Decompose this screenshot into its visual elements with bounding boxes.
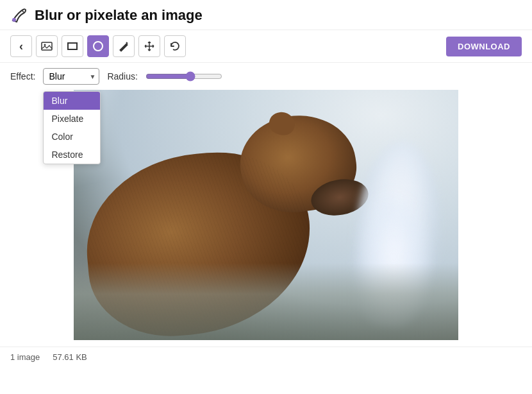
reset-icon [169, 40, 181, 52]
svg-point-0 [12, 18, 16, 22]
dropdown-item-restore[interactable]: Restore [44, 146, 100, 164]
controls-row: Effect: Blur Pixelate Color Restore ▼ Bl… [0, 63, 532, 90]
download-button[interactable]: DOWNLOAD [446, 37, 522, 56]
circle-icon [92, 40, 104, 52]
ground-rocks [74, 263, 458, 340]
svg-point-4 [94, 42, 103, 51]
upload-image-button[interactable] [36, 35, 58, 57]
radius-label: Radius: [107, 71, 137, 81]
dropdown-item-blur[interactable]: Blur [44, 92, 100, 110]
image-canvas[interactable] [74, 90, 458, 340]
effect-label: Effect: [10, 71, 35, 81]
page-title: Blur or pixelate an image [35, 7, 203, 24]
svg-rect-1 [42, 42, 52, 50]
radius-slider[interactable] [145, 71, 222, 81]
effect-select[interactable]: Blur Pixelate Color Restore [43, 68, 99, 85]
image-count: 1 image [10, 352, 40, 362]
brush-icon [118, 40, 129, 52]
file-size: 57.61 KB [53, 352, 87, 362]
back-button[interactable]: ‹ [10, 35, 32, 57]
dropdown-item-pixelate[interactable]: Pixelate [44, 110, 100, 128]
image-icon [41, 40, 53, 52]
dropdown-menu: Blur Pixelate Color Restore [43, 91, 101, 164]
dropdown-item-color[interactable]: Color [44, 128, 100, 146]
toolbar: ‹ DOWNLOAD [0, 30, 532, 63]
move-icon [144, 40, 155, 52]
brush-tool-button[interactable] [113, 35, 135, 57]
effect-select-wrapper: Blur Pixelate Color Restore ▼ Blur Pixel… [43, 68, 99, 85]
header: Blur or pixelate an image [0, 0, 532, 30]
paint-icon [10, 6, 28, 24]
rect-icon [67, 40, 78, 52]
rect-tool-button[interactable] [62, 35, 83, 57]
move-tool-button[interactable] [138, 35, 160, 57]
svg-point-2 [44, 44, 46, 46]
svg-rect-3 [68, 43, 77, 49]
reset-button[interactable] [164, 35, 186, 57]
footer: 1 image 57.61 KB [0, 347, 532, 367]
circle-tool-button[interactable] [87, 35, 109, 57]
